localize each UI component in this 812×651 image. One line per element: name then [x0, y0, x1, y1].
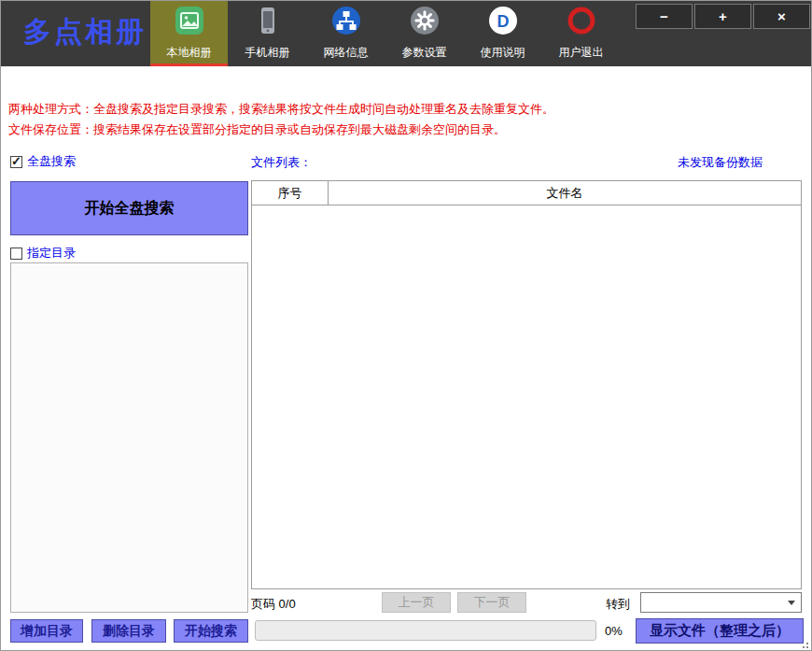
progress-percent: 0%	[605, 624, 623, 638]
photo-album-icon	[175, 6, 204, 35]
specified-dir-checkbox[interactable]: 指定目录	[10, 245, 76, 262]
svg-text:D: D	[497, 12, 509, 31]
phone-icon	[253, 6, 283, 35]
exit-icon	[567, 6, 596, 35]
title-bar: 多点相册 本地相册 手机相册 网络信息	[1, 1, 811, 66]
tab-local-album[interactable]: 本地相册	[150, 1, 228, 66]
remove-directory-button[interactable]: 删除目录	[91, 619, 166, 643]
file-list-label: 文件列表：	[251, 154, 312, 171]
resize-grip[interactable]	[799, 639, 808, 648]
minimize-button[interactable]: −	[636, 4, 693, 29]
goto-label: 转到	[606, 596, 630, 613]
close-button[interactable]: ×	[753, 4, 810, 29]
app-window: 多点相册 本地相册 手机相册 网络信息	[0, 0, 812, 651]
gear-icon	[410, 6, 440, 35]
checkbox-unchecked-icon	[10, 248, 22, 260]
checkbox-checked-icon	[10, 156, 22, 168]
network-icon	[331, 6, 361, 35]
full-scan-checkbox[interactable]: 全盘搜索	[10, 153, 76, 170]
tab-label: 网络信息	[324, 47, 369, 59]
start-full-scan-button[interactable]: 开始全盘搜索	[10, 181, 248, 235]
help-icon: D	[488, 6, 518, 35]
backup-status: 未发现备份数据	[678, 154, 763, 171]
file-table: 序号 文件名	[251, 180, 802, 589]
directory-listbox[interactable]	[10, 262, 248, 613]
app-title: 多点相册	[23, 13, 147, 51]
show-files-button[interactable]: 显示文件（整理之后）	[636, 618, 804, 644]
tab-label: 手机相册	[245, 47, 290, 59]
window-controls: − + ×	[634, 4, 810, 29]
tab-label: 本地相册	[167, 47, 212, 59]
column-header-filename[interactable]: 文件名	[329, 181, 801, 205]
tab-label: 用户退出	[559, 47, 604, 59]
notice-line-2: 文件保存位置：搜索结果保存在设置部分指定的目录或自动保存到最大磁盘剩余空间的目录…	[8, 121, 506, 138]
file-table-body[interactable]	[252, 206, 801, 588]
tab-settings[interactable]: 参数设置	[385, 1, 463, 66]
tab-label: 参数设置	[402, 47, 447, 59]
page-select-dropdown[interactable]	[640, 592, 802, 613]
tab-exit[interactable]: 用户退出	[542, 1, 620, 66]
progress-bar	[255, 620, 596, 641]
page-indicator: 页码 0/0	[251, 596, 296, 613]
tab-network-info[interactable]: 网络信息	[307, 1, 385, 66]
column-header-seq[interactable]: 序号	[252, 181, 329, 205]
next-page-button[interactable]: 下一页	[457, 592, 526, 613]
add-directory-button[interactable]: 增加目录	[10, 619, 83, 643]
tab-help[interactable]: D 使用说明	[464, 1, 541, 66]
prev-page-button[interactable]: 上一页	[382, 592, 451, 613]
file-table-header: 序号 文件名	[252, 181, 801, 205]
tab-label: 使用说明	[481, 47, 525, 59]
specified-dir-label: 指定目录	[27, 245, 76, 262]
start-search-button[interactable]: 开始搜索	[174, 619, 248, 643]
full-scan-label: 全盘搜索	[27, 153, 76, 170]
maximize-button[interactable]: +	[694, 4, 751, 29]
tab-phone-album[interactable]: 手机相册	[229, 1, 306, 66]
tab-bar: 本地相册 手机相册 网络信息 参数设置	[150, 1, 621, 66]
notice-line-1: 两种处理方式：全盘搜索及指定目录搜索，搜索结果将按文件生成时间自动处理重名及去除…	[8, 101, 554, 118]
chevron-down-icon	[788, 601, 795, 605]
